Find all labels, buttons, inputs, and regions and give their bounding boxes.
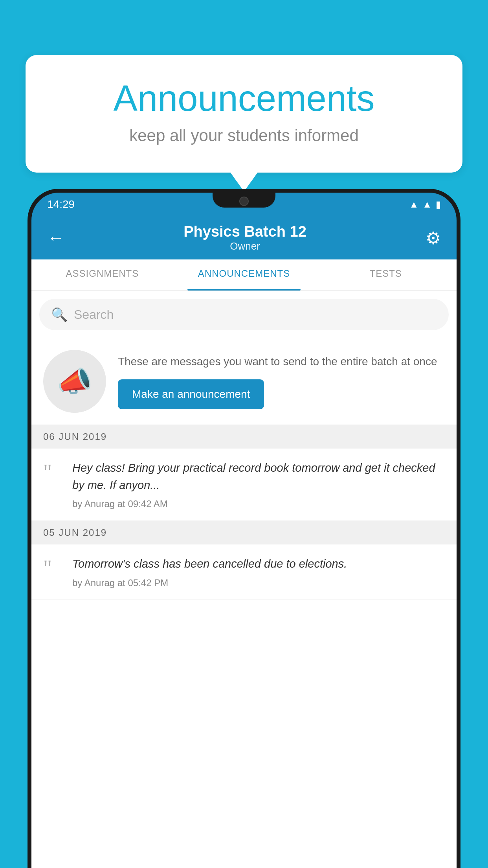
phone-content: 🔍 Search 📣 These are messages you want t… xyxy=(31,291,457,868)
promo-text: These are messages you want to send to t… xyxy=(118,353,445,370)
announcement-text-2: Tomorrow's class has been cancelled due … xyxy=(72,555,445,573)
announcement-item-1[interactable]: " Hey class! Bring your practical record… xyxy=(31,449,457,521)
announcement-content-2: Tomorrow's class has been cancelled due … xyxy=(72,555,445,588)
header-title: Physics Batch 12 xyxy=(183,223,306,240)
wifi-icon: ▲ xyxy=(409,199,418,210)
header-subtitle: Owner xyxy=(183,240,306,252)
bubble-subtitle: keep all your students informed xyxy=(57,126,431,145)
quote-icon-2: " xyxy=(43,557,63,588)
header-center: Physics Batch 12 Owner xyxy=(183,223,306,252)
announcement-item-2[interactable]: " Tomorrow's class has been cancelled du… xyxy=(31,544,457,600)
status-time: 14:29 xyxy=(47,198,75,211)
signal-icon: ▲ xyxy=(422,199,432,210)
date-separator-2: 05 JUN 2019 xyxy=(31,521,457,544)
front-camera xyxy=(239,197,249,206)
speech-bubble-wrapper: Announcements keep all your students inf… xyxy=(26,55,462,173)
announcement-meta-2: by Anurag at 05:42 PM xyxy=(72,577,445,588)
tabs-bar: ASSIGNMENTS ANNOUNCEMENTS TESTS xyxy=(31,259,457,291)
make-announcement-button[interactable]: Make an announcement xyxy=(118,379,264,409)
phone-inner: 14:29 ▲ ▲ ▮ ← Physics Batch 12 Owner ⚙ A… xyxy=(31,193,457,868)
announcement-meta-1: by Anurag at 09:42 AM xyxy=(72,498,445,509)
battery-icon: ▮ xyxy=(436,199,441,210)
megaphone-icon: 📣 xyxy=(57,365,92,398)
announcement-content-1: Hey class! Bring your practical record b… xyxy=(72,460,445,509)
tab-assignments[interactable]: ASSIGNMENTS xyxy=(31,259,173,291)
search-bar[interactable]: 🔍 Search xyxy=(39,299,449,330)
bubble-title: Announcements xyxy=(57,79,431,118)
quote-icon-1: " xyxy=(43,461,63,509)
search-input[interactable]: Search xyxy=(74,307,114,322)
date-separator-1: 06 JUN 2019 xyxy=(31,425,457,449)
notch xyxy=(213,193,275,208)
speech-bubble: Announcements keep all your students inf… xyxy=(26,55,462,173)
tab-tests[interactable]: TESTS xyxy=(315,259,457,291)
back-button[interactable]: ← xyxy=(47,228,64,248)
tab-announcements[interactable]: ANNOUNCEMENTS xyxy=(173,259,315,291)
settings-icon[interactable]: ⚙ xyxy=(426,228,441,248)
promo-right: These are messages you want to send to t… xyxy=(118,353,445,409)
announcement-text-1: Hey class! Bring your practical record b… xyxy=(72,460,445,494)
app-header: ← Physics Batch 12 Owner ⚙ xyxy=(31,216,457,259)
announcement-promo: 📣 These are messages you want to send to… xyxy=(31,338,457,425)
promo-icon-circle: 📣 xyxy=(43,350,106,413)
search-icon: 🔍 xyxy=(51,307,68,322)
phone-frame: 14:29 ▲ ▲ ▮ ← Physics Batch 12 Owner ⚙ A… xyxy=(28,189,460,868)
status-icons: ▲ ▲ ▮ xyxy=(409,199,441,210)
